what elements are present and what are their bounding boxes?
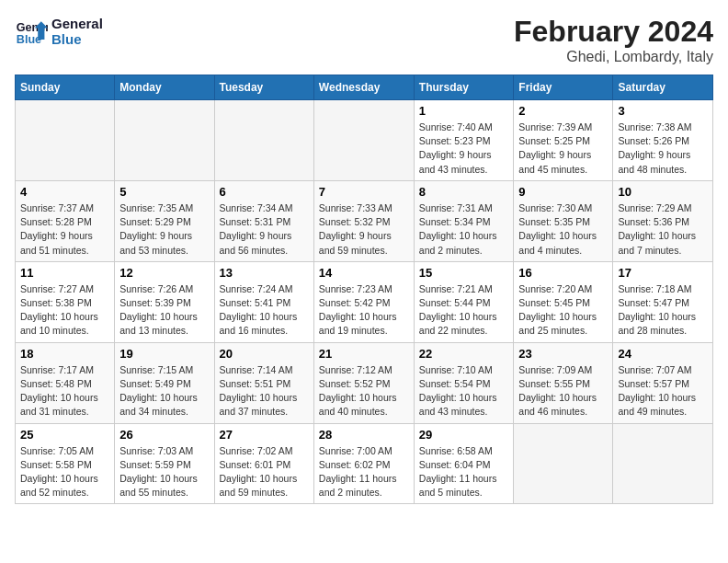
day-number: 2 [518, 104, 608, 118]
calendar-cell [514, 423, 613, 504]
calendar-cell: 26Sunrise: 7:03 AM Sunset: 5:59 PM Dayli… [115, 423, 214, 504]
calendar-cell: 23Sunrise: 7:09 AM Sunset: 5:55 PM Dayli… [514, 342, 613, 423]
day-number: 18 [20, 347, 109, 361]
day-number: 19 [119, 347, 209, 361]
logo-general: General [51, 16, 103, 31]
day-info: Sunrise: 7:34 AM Sunset: 5:31 PM Dayligh… [220, 201, 309, 258]
day-info: Sunrise: 7:38 AM Sunset: 5:26 PM Dayligh… [618, 121, 708, 177]
calendar-cell: 12Sunrise: 7:26 AM Sunset: 5:39 PM Dayli… [115, 261, 214, 342]
calendar-cell: 27Sunrise: 7:02 AM Sunset: 6:01 PM Dayli… [214, 423, 313, 504]
day-number: 21 [319, 347, 409, 361]
logo-icon: General Blue [15, 15, 48, 48]
col-header-friday: Friday [514, 75, 613, 100]
calendar-cell: 24Sunrise: 7:07 AM Sunset: 5:57 PM Dayli… [613, 342, 713, 423]
calendar-cell: 15Sunrise: 7:21 AM Sunset: 5:44 PM Dayli… [414, 261, 514, 342]
calendar-cell [313, 100, 414, 181]
calendar-cell: 28Sunrise: 7:00 AM Sunset: 6:02 PM Dayli… [313, 423, 414, 504]
calendar-cell: 16Sunrise: 7:20 AM Sunset: 5:45 PM Dayli… [514, 261, 613, 342]
calendar-cell [115, 100, 214, 181]
calendar-header-row: SundayMondayTuesdayWednesdayThursdayFrid… [16, 75, 713, 100]
day-info: Sunrise: 7:03 AM Sunset: 5:59 PM Dayligh… [119, 444, 209, 500]
title-area: February 2024 Ghedi, Lombardy, Italy [514, 15, 713, 65]
day-number: 26 [119, 428, 209, 442]
day-info: Sunrise: 7:29 AM Sunset: 5:36 PM Dayligh… [618, 201, 708, 258]
calendar-cell [16, 100, 115, 181]
calendar-table: SundayMondayTuesdayWednesdayThursdayFrid… [15, 75, 713, 504]
col-header-tuesday: Tuesday [214, 75, 313, 100]
day-number: 3 [618, 104, 708, 118]
day-info: Sunrise: 7:31 AM Sunset: 5:34 PM Dayligh… [419, 201, 509, 258]
week-row-3: 11Sunrise: 7:27 AM Sunset: 5:38 PM Dayli… [16, 261, 713, 342]
day-number: 12 [119, 266, 209, 280]
day-info: Sunrise: 7:21 AM Sunset: 5:44 PM Dayligh… [419, 282, 509, 339]
logo-blue: Blue [51, 31, 103, 47]
main-title: February 2024 [514, 15, 713, 49]
day-number: 28 [319, 428, 409, 442]
calendar-cell: 1Sunrise: 7:40 AM Sunset: 5:23 PM Daylig… [414, 100, 514, 181]
day-number: 13 [220, 266, 309, 280]
day-info: Sunrise: 7:09 AM Sunset: 5:55 PM Dayligh… [518, 363, 608, 419]
day-number: 25 [20, 428, 109, 442]
day-info: Sunrise: 6:58 AM Sunset: 6:04 PM Dayligh… [419, 444, 509, 500]
week-row-4: 18Sunrise: 7:17 AM Sunset: 5:48 PM Dayli… [16, 342, 713, 423]
calendar-cell: 21Sunrise: 7:12 AM Sunset: 5:52 PM Dayli… [313, 342, 414, 423]
day-info: Sunrise: 7:00 AM Sunset: 6:02 PM Dayligh… [319, 444, 409, 500]
logo: General Blue General Blue [15, 15, 103, 48]
day-number: 22 [419, 347, 509, 361]
calendar-cell: 17Sunrise: 7:18 AM Sunset: 5:47 PM Dayli… [613, 261, 713, 342]
day-info: Sunrise: 7:10 AM Sunset: 5:54 PM Dayligh… [419, 363, 509, 419]
day-info: Sunrise: 7:40 AM Sunset: 5:23 PM Dayligh… [419, 121, 509, 177]
calendar-cell: 11Sunrise: 7:27 AM Sunset: 5:38 PM Dayli… [16, 261, 115, 342]
calendar-cell: 8Sunrise: 7:31 AM Sunset: 5:34 PM Daylig… [414, 180, 514, 261]
day-info: Sunrise: 7:14 AM Sunset: 5:51 PM Dayligh… [220, 363, 309, 419]
day-info: Sunrise: 7:37 AM Sunset: 5:28 PM Dayligh… [20, 201, 109, 258]
calendar-cell: 14Sunrise: 7:23 AM Sunset: 5:42 PM Dayli… [313, 261, 414, 342]
day-info: Sunrise: 7:26 AM Sunset: 5:39 PM Dayligh… [119, 282, 209, 339]
svg-text:Blue: Blue [17, 33, 41, 46]
day-info: Sunrise: 7:20 AM Sunset: 5:45 PM Dayligh… [518, 282, 608, 339]
day-number: 10 [618, 185, 708, 199]
day-info: Sunrise: 7:15 AM Sunset: 5:49 PM Dayligh… [119, 363, 209, 419]
day-number: 7 [319, 185, 409, 199]
calendar-cell: 7Sunrise: 7:33 AM Sunset: 5:32 PM Daylig… [313, 180, 414, 261]
subtitle: Ghedi, Lombardy, Italy [514, 49, 713, 65]
day-info: Sunrise: 7:33 AM Sunset: 5:32 PM Dayligh… [319, 201, 409, 258]
day-info: Sunrise: 7:07 AM Sunset: 5:57 PM Dayligh… [618, 363, 708, 419]
day-number: 4 [20, 185, 109, 199]
col-header-sunday: Sunday [16, 75, 115, 100]
col-header-wednesday: Wednesday [313, 75, 414, 100]
week-row-1: 1Sunrise: 7:40 AM Sunset: 5:23 PM Daylig… [16, 100, 713, 181]
day-number: 8 [419, 185, 509, 199]
day-number: 6 [220, 185, 309, 199]
day-number: 1 [419, 104, 509, 118]
day-info: Sunrise: 7:02 AM Sunset: 6:01 PM Dayligh… [220, 444, 309, 500]
calendar-cell: 19Sunrise: 7:15 AM Sunset: 5:49 PM Dayli… [115, 342, 214, 423]
week-row-2: 4Sunrise: 7:37 AM Sunset: 5:28 PM Daylig… [16, 180, 713, 261]
day-number: 17 [618, 266, 708, 280]
calendar-cell: 18Sunrise: 7:17 AM Sunset: 5:48 PM Dayli… [16, 342, 115, 423]
calendar-cell: 13Sunrise: 7:24 AM Sunset: 5:41 PM Dayli… [214, 261, 313, 342]
col-header-saturday: Saturday [613, 75, 713, 100]
day-info: Sunrise: 7:35 AM Sunset: 5:29 PM Dayligh… [119, 201, 209, 258]
day-number: 11 [20, 266, 109, 280]
day-number: 14 [319, 266, 409, 280]
calendar-cell: 25Sunrise: 7:05 AM Sunset: 5:58 PM Dayli… [16, 423, 115, 504]
calendar-cell: 10Sunrise: 7:29 AM Sunset: 5:36 PM Dayli… [613, 180, 713, 261]
day-number: 15 [419, 266, 509, 280]
calendar-cell: 20Sunrise: 7:14 AM Sunset: 5:51 PM Dayli… [214, 342, 313, 423]
day-number: 9 [518, 185, 608, 199]
col-header-thursday: Thursday [414, 75, 514, 100]
day-info: Sunrise: 7:17 AM Sunset: 5:48 PM Dayligh… [20, 363, 109, 419]
calendar-cell: 6Sunrise: 7:34 AM Sunset: 5:31 PM Daylig… [214, 180, 313, 261]
day-number: 16 [518, 266, 608, 280]
day-number: 5 [119, 185, 209, 199]
calendar-cell: 2Sunrise: 7:39 AM Sunset: 5:25 PM Daylig… [514, 100, 613, 181]
calendar-cell: 29Sunrise: 6:58 AM Sunset: 6:04 PM Dayli… [414, 423, 514, 504]
day-info: Sunrise: 7:18 AM Sunset: 5:47 PM Dayligh… [618, 282, 708, 339]
calendar-cell: 3Sunrise: 7:38 AM Sunset: 5:26 PM Daylig… [613, 100, 713, 181]
calendar-cell: 4Sunrise: 7:37 AM Sunset: 5:28 PM Daylig… [16, 180, 115, 261]
day-info: Sunrise: 7:23 AM Sunset: 5:42 PM Dayligh… [319, 282, 409, 339]
header: General Blue General Blue February 2024 … [15, 15, 713, 65]
col-header-monday: Monday [115, 75, 214, 100]
day-number: 27 [220, 428, 309, 442]
